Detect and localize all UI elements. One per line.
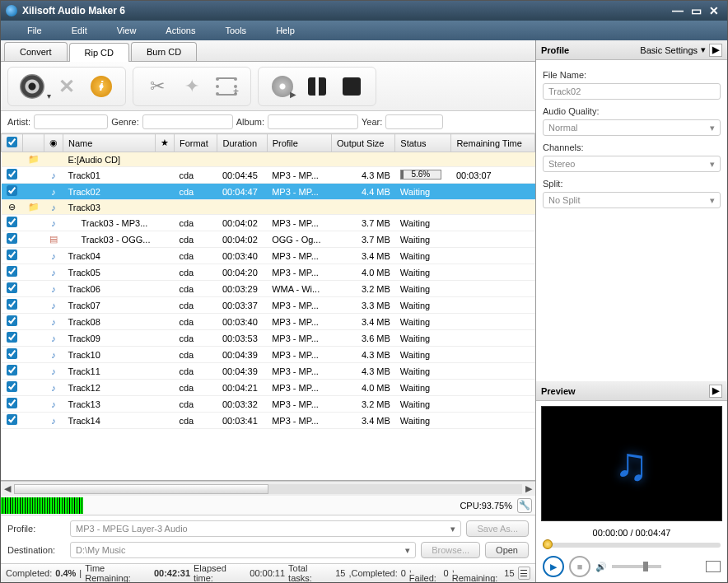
table-row[interactable]: ♪ Track01 cda 00:04:45 MP3 - MP... 4.3 M… bbox=[2, 167, 535, 184]
minimize-button[interactable]: — bbox=[670, 4, 686, 17]
play-button[interactable]: ▶ bbox=[543, 556, 564, 577]
row-check[interactable] bbox=[7, 185, 17, 196]
player-stop-button[interactable]: ■ bbox=[569, 556, 590, 577]
table-row[interactable]: ♪ Track05 cda 00:04:20 MP3 - MP... 4.0 M… bbox=[2, 264, 535, 281]
year-input[interactable] bbox=[385, 114, 443, 129]
row-check[interactable] bbox=[7, 169, 17, 180]
table-row[interactable]: ♪ Track13 cda 00:03:32 MP3 - MP... 3.2 M… bbox=[2, 396, 535, 413]
profile-collapse-button[interactable]: ▶ bbox=[709, 44, 722, 57]
album-input[interactable] bbox=[268, 114, 358, 129]
preview-collapse-button[interactable]: ▶ bbox=[709, 385, 722, 398]
seek-thumb[interactable] bbox=[543, 539, 553, 549]
split-dropdown[interactable]: No Split bbox=[543, 192, 721, 208]
h-scrollbar[interactable]: ◀ ▶ bbox=[1, 481, 535, 496]
info-button[interactable]: i bbox=[86, 71, 117, 102]
table-row[interactable]: ♪ Track07 cda 00:03:37 MP3 - MP... 3.3 M… bbox=[2, 297, 535, 314]
disc-icon bbox=[20, 74, 44, 99]
menu-actions[interactable]: Actions bbox=[156, 22, 215, 39]
tab-convert[interactable]: Convert bbox=[4, 42, 68, 61]
statusbar: Completed: 0.4% | Time Remaining: 00:42:… bbox=[1, 564, 535, 582]
volume-slider[interactable] bbox=[612, 565, 661, 568]
volume-thumb[interactable] bbox=[643, 562, 648, 571]
browse-button[interactable]: Browse... bbox=[421, 542, 480, 558]
audio-file-icon: ♪ bbox=[44, 215, 63, 231]
disc-button[interactable] bbox=[16, 71, 48, 102]
channels-dropdown[interactable]: Stereo bbox=[543, 156, 721, 172]
maximize-button[interactable]: ▭ bbox=[688, 4, 704, 17]
row-check[interactable] bbox=[7, 348, 17, 359]
fullscreen-button[interactable] bbox=[706, 561, 721, 572]
save-as-button[interactable]: Save As... bbox=[466, 520, 529, 537]
add-clip-button[interactable] bbox=[211, 71, 242, 102]
row-check[interactable] bbox=[7, 250, 17, 260]
col-cd[interactable]: ◉ bbox=[44, 134, 63, 152]
tab-rip-cd[interactable]: Rip CD bbox=[69, 43, 129, 62]
row-check[interactable] bbox=[7, 315, 17, 326]
rip-button[interactable] bbox=[267, 71, 298, 102]
tab-burn-cd[interactable]: Burn CD bbox=[131, 42, 197, 61]
col-duration[interactable]: Duration bbox=[217, 134, 267, 152]
check-all[interactable] bbox=[7, 137, 17, 147]
row-check[interactable] bbox=[7, 299, 17, 310]
row-check[interactable] bbox=[7, 398, 17, 408]
row-check[interactable] bbox=[7, 365, 17, 375]
table-row[interactable]: ♪ Track08 cda 00:03:40 MP3 - MP... 3.4 M… bbox=[2, 314, 535, 330]
remove-button[interactable]: ✕ bbox=[51, 71, 82, 102]
close-button[interactable]: ✕ bbox=[706, 4, 722, 17]
table-row[interactable]: ♪ Track03 - MP3... cda 00:04:02 MP3 - MP… bbox=[2, 215, 535, 231]
profile-dropdown[interactable]: MP3 - MPEG Layer-3 Audio bbox=[70, 520, 461, 537]
col-name[interactable]: Name bbox=[63, 134, 156, 152]
menu-tools[interactable]: Tools bbox=[215, 22, 266, 39]
pause-button[interactable] bbox=[301, 71, 333, 102]
table-row[interactable]: ♪ Track02 cda 00:04:47 MP3 - MP... 4.4 M… bbox=[2, 184, 535, 200]
col-folder[interactable] bbox=[23, 134, 44, 152]
scroll-thumb[interactable] bbox=[14, 484, 268, 494]
row-check[interactable] bbox=[7, 381, 17, 392]
row-check[interactable] bbox=[7, 217, 17, 227]
col-status[interactable]: Status bbox=[395, 134, 451, 152]
metadata-row: Artist: Genre: Album: Year: bbox=[1, 111, 535, 133]
menu-view[interactable]: View bbox=[107, 22, 156, 39]
table-row[interactable]: ♪ Track11 cda 00:04:39 MP3 - MP... 4.3 M… bbox=[2, 363, 535, 380]
table-row[interactable]: ♪ Track10 cda 00:04:39 MP3 - MP... 4.3 M… bbox=[2, 347, 535, 363]
col-output-size[interactable]: Output Size bbox=[331, 134, 394, 152]
table-row[interactable]: ▤ Track03 - OGG... cda 00:04:02 OGG - Og… bbox=[2, 231, 535, 248]
table-row[interactable]: ♪ Track12 cda 00:04:21 MP3 - MP... 4.0 M… bbox=[2, 380, 535, 396]
seek-slider[interactable] bbox=[543, 543, 721, 548]
cut-button[interactable]: ✂ bbox=[142, 71, 173, 102]
table-row[interactable]: ♪ Track14 cda 00:03:41 MP3 - MP... 3.4 M… bbox=[2, 413, 535, 429]
col-remaining[interactable]: Remaining Time bbox=[451, 134, 535, 152]
open-button[interactable]: Open bbox=[485, 542, 529, 558]
settings-button[interactable]: 🔧 bbox=[517, 498, 532, 513]
row-check[interactable] bbox=[7, 332, 17, 343]
destination-dropdown[interactable]: D:\My Music bbox=[70, 542, 416, 558]
file-name-field[interactable]: Track02 bbox=[543, 83, 721, 100]
col-profile[interactable]: Profile bbox=[267, 134, 331, 152]
quality-dropdown[interactable]: Normal bbox=[543, 119, 721, 136]
table-row[interactable]: ⊖📁♪Track03 bbox=[2, 200, 535, 215]
scroll-right-icon[interactable]: ▶ bbox=[522, 483, 535, 494]
menu-help[interactable]: Help bbox=[266, 22, 315, 39]
col-star[interactable]: ★ bbox=[155, 134, 174, 152]
table-row[interactable]: ♪ Track09 cda 00:03:53 MP3 - MP... 3.6 M… bbox=[2, 330, 535, 347]
menu-edit[interactable]: Edit bbox=[62, 22, 107, 39]
menu-file[interactable]: File bbox=[17, 22, 62, 39]
scroll-left-icon[interactable]: ◀ bbox=[1, 483, 14, 494]
table-row[interactable]: ♪ Track04 cda 00:03:40 MP3 - MP... 3.4 M… bbox=[2, 248, 535, 264]
row-check[interactable] bbox=[7, 233, 17, 244]
table-row[interactable]: ♪ Track06 cda 00:03:29 WMA - Wi... 3.2 M… bbox=[2, 281, 535, 297]
titlebar: Xilisoft Audio Maker 6 — ▭ ✕ bbox=[1, 1, 727, 21]
basic-settings-dropdown[interactable]: Basic Settings ▾ bbox=[640, 44, 706, 55]
row-check[interactable] bbox=[7, 414, 17, 425]
track-table-wrap[interactable]: ◉ Name ★ Format Duration Profile Output … bbox=[1, 133, 535, 481]
row-check[interactable] bbox=[7, 282, 17, 293]
col-format[interactable]: Format bbox=[174, 134, 217, 152]
effects-button[interactable]: ✦ bbox=[176, 71, 208, 102]
artist-input[interactable] bbox=[34, 114, 108, 129]
col-check[interactable] bbox=[2, 134, 23, 152]
row-check[interactable] bbox=[7, 266, 17, 277]
root-row[interactable]: 📁E:[Audio CD] bbox=[2, 152, 535, 167]
stop-button[interactable] bbox=[336, 71, 367, 102]
genre-input[interactable] bbox=[142, 114, 233, 129]
status-list-button[interactable]: ☰ bbox=[518, 567, 531, 580]
